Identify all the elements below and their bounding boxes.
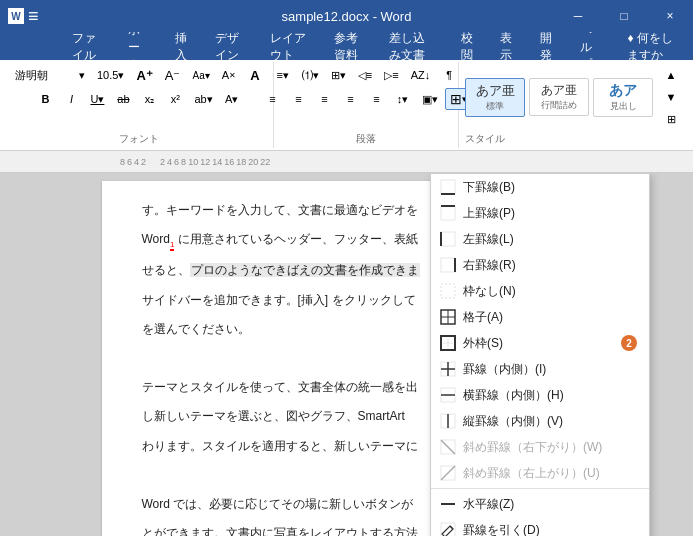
font-color-btn[interactable]: A — [243, 64, 267, 86]
ruler: 8 6 4 2 2 4 6 8 10 12 14 16 18 20 22 — [0, 151, 693, 173]
diagonal-up-icon — [439, 464, 457, 482]
styles-scroll: ▲ ▼ ⊞ — [659, 64, 683, 130]
styles-expand[interactable]: ⊞ — [659, 108, 683, 130]
underline-btn[interactable]: U▾ — [85, 88, 109, 110]
ruler-mark: 2 — [160, 157, 165, 167]
tab-file[interactable]: ファイル — [60, 34, 116, 60]
menu-item-right-border[interactable]: 右罫線(R) — [431, 252, 649, 278]
svg-line-23 — [441, 440, 455, 454]
font-size-dropdown[interactable]: 10.5 ▾ — [92, 64, 129, 86]
align-left-btn[interactable]: ≡ — [261, 88, 285, 110]
menu-item-inside-vertical[interactable]: 縦罫線（内側）(V) — [431, 408, 649, 434]
subscript-btn[interactable]: x₂ — [137, 88, 161, 110]
minimize-button[interactable]: ─ — [555, 0, 601, 32]
outside-border-badge: 2 — [621, 335, 637, 351]
text-highlight-btn[interactable]: ab▾ — [189, 88, 217, 110]
window-controls: ─ □ × — [555, 0, 693, 32]
font-name-text: 游明朝 — [15, 68, 48, 83]
tab-home[interactable]: ホーム — [116, 34, 164, 60]
svg-rect-0 — [441, 180, 455, 194]
font-color-dropdown[interactable]: A▾ — [220, 88, 244, 110]
para-row1: ≡▾ ⑴▾ ⊞▾ ◁≡ ▷≡ AZ↓ ¶ — [271, 64, 461, 86]
ribbon-styles-section: あア亜 標準 あア亜 行間詰め あア 見出し ▲ ▼ ⊞ スタイル — [459, 62, 689, 148]
ruler-mark: 6 — [174, 157, 179, 167]
multilevel-btn[interactable]: ⊞▾ — [326, 64, 351, 86]
style-standard[interactable]: あア亜 標準 — [465, 78, 525, 117]
shading-btn[interactable]: ▣▾ — [417, 88, 443, 110]
menu-separator-1 — [431, 488, 649, 489]
clear-format[interactable]: A✕ — [217, 64, 241, 86]
left-border-icon — [439, 230, 457, 248]
numbering-btn[interactable]: ⑴▾ — [297, 64, 324, 86]
ribbon-toolbar: 游明朝 ▾ 10.5 ▾ A⁺ A⁻ Aa▾ A✕ A B I U▾ ab x₂… — [0, 60, 693, 151]
no-border-label: 枠なし(N) — [463, 283, 637, 300]
right-border-icon — [439, 256, 457, 274]
no-border-icon — [439, 282, 457, 300]
superscript-btn[interactable]: x² — [163, 88, 187, 110]
tab-help[interactable]: ヘルプ — [568, 34, 616, 60]
svg-rect-6 — [441, 258, 455, 272]
ruler-mark: 2 — [141, 157, 146, 167]
justify-btn[interactable]: ≡ — [339, 88, 363, 110]
menu-item-no-border[interactable]: 枠なし(N) — [431, 278, 649, 304]
menu-item-diagonal-up[interactable]: 斜め罫線（右上がり）(U) — [431, 460, 649, 486]
font-name-dropdown[interactable]: 游明朝 ▾ — [10, 64, 90, 86]
tab-mailings[interactable]: 差し込み文書 — [377, 34, 448, 60]
tab-references[interactable]: 参考資料 — [322, 34, 378, 60]
bold-btn[interactable]: B — [33, 88, 57, 110]
align-right-btn[interactable]: ≡ — [313, 88, 337, 110]
styles-scroll-up[interactable]: ▲ — [659, 64, 683, 86]
style-gyoukan[interactable]: あア亜 行間詰め — [529, 78, 589, 116]
menu-item-inside-borders[interactable]: 罫線（内側）(I) — [431, 356, 649, 382]
tab-review[interactable]: 校閲 — [449, 34, 489, 60]
styles-scroll-down[interactable]: ▼ — [659, 86, 683, 108]
align-center-btn[interactable]: ≡ — [287, 88, 311, 110]
menu-item-outside-border[interactable]: 外枠(S) 2 — [431, 330, 649, 356]
ruler-mark: 4 — [134, 157, 139, 167]
outside-border-label: 外枠(S) — [463, 335, 611, 352]
menu-item-draw-border[interactable]: 罫線を引く(D) — [431, 517, 649, 536]
tab-view[interactable]: 表示 — [488, 34, 528, 60]
inside-horizontal-label: 横罫線（内側）(H) — [463, 387, 637, 404]
maximize-button[interactable]: □ — [601, 0, 647, 32]
outdent-btn[interactable]: ◁≡ — [353, 64, 377, 86]
horizontal-line-icon — [439, 495, 457, 513]
tab-design[interactable]: デザイン — [203, 34, 259, 60]
style-midasshi[interactable]: あア 見出し — [593, 78, 653, 117]
style-standard-label: 標準 — [474, 100, 516, 113]
menu-item-horizontal-line[interactable]: 水平線(Z) — [431, 491, 649, 517]
font-size-decrease[interactable]: A⁻ — [160, 64, 186, 86]
bullets-btn[interactable]: ≡▾ — [271, 64, 295, 86]
menu-item-top-border[interactable]: 上罫線(P) — [431, 200, 649, 226]
show-marks-btn[interactable]: ¶ — [437, 64, 461, 86]
italic-btn[interactable]: I — [59, 88, 83, 110]
tab-layout[interactable]: レイアウト — [258, 34, 321, 60]
indent-btn[interactable]: ▷≡ — [379, 64, 403, 86]
para-row2: ≡ ≡ ≡ ≡ ≡ ↕▾ ▣▾ ⊞▾ — [261, 88, 472, 110]
menu-item-all-borders[interactable]: 格子(A) — [431, 304, 649, 330]
left-border-label: 左罫線(L) — [463, 231, 637, 248]
ruler-mark: 10 — [188, 157, 198, 167]
svg-line-25 — [441, 466, 455, 480]
line-spacing-btn[interactable]: ↕▾ — [391, 88, 415, 110]
font-size-increase[interactable]: A⁺ — [131, 64, 157, 86]
tab-develop[interactable]: 開発 — [528, 34, 568, 60]
font-case[interactable]: Aa▾ — [187, 64, 214, 86]
style-standard-preview: あア亜 — [474, 82, 516, 100]
menu-item-bottom-border[interactable]: 下罫線(B) — [431, 174, 649, 200]
font-size-arrow: ▾ — [118, 69, 124, 82]
strikethrough-btn[interactable]: ab — [111, 88, 135, 110]
top-border-label: 上罫線(P) — [463, 205, 637, 222]
justify-all-btn[interactable]: ≡ — [365, 88, 389, 110]
tab-search[interactable]: ♦ 何をしますか — [615, 34, 692, 60]
menu-item-inside-horizontal[interactable]: 横罫線（内側）(H) — [431, 382, 649, 408]
draw-border-icon — [439, 521, 457, 536]
document-area: す。キーワードを入力して、文書に最適なビデオを Word1 に用意されているヘッ… — [0, 173, 693, 536]
menu-item-diagonal-down[interactable]: 斜め罫線（右下がり）(W) — [431, 434, 649, 460]
ruler-content: 8 6 4 2 2 4 6 8 10 12 14 16 18 20 22 — [120, 157, 270, 167]
tab-insert[interactable]: 挿入 — [163, 34, 203, 60]
menu-item-left-border[interactable]: 左罫線(L) — [431, 226, 649, 252]
close-button[interactable]: × — [647, 0, 693, 32]
sort-btn[interactable]: AZ↓ — [406, 64, 436, 86]
ruler-mark: 8 — [181, 157, 186, 167]
